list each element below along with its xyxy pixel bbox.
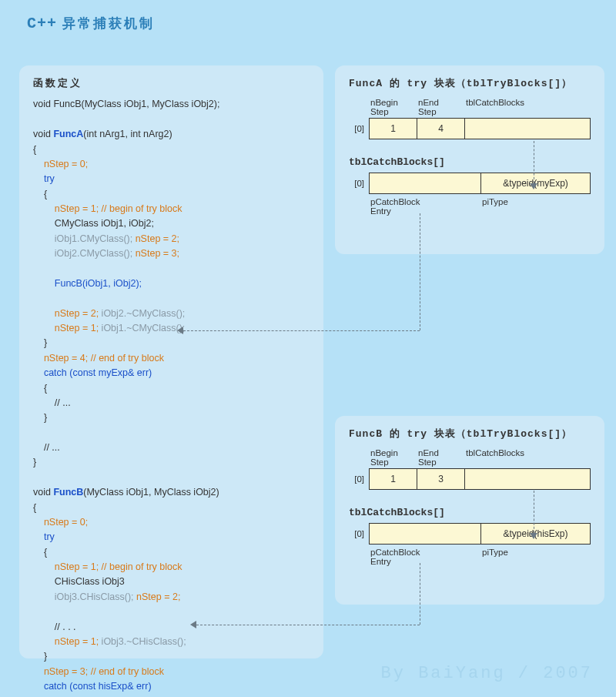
tbl-a-row: [0] 1 4 — [349, 118, 591, 139]
fn-funca: FuncA — [53, 129, 83, 139]
tbl-a-row2: [0] &typeid(myExp) — [349, 173, 591, 194]
cell-entry — [369, 173, 480, 194]
title-han: 异常捕获机制 — [62, 16, 155, 31]
panel-b-subheading: tblCatchBlocks[] — [349, 507, 591, 518]
code-panel: 函数定义 void FuncB(MyClass iObj1, MyClass i… — [19, 65, 323, 658]
tbl-b-sublabels: pCatchBlock Entry piType — [370, 548, 591, 566]
cell-entry — [369, 523, 480, 545]
code-block: void FuncB(MyClass iObj1, MyClass iObj2)… — [33, 97, 310, 697]
cell-catchblocks — [464, 118, 591, 139]
cell-catchblocks — [464, 468, 591, 490]
tbl-a-labels: nBegin Step nEnd Step tblCatchBlocks — [370, 98, 591, 116]
attribution: By BaiYang / 2007 — [381, 664, 593, 683]
page-title: C++ 异常捕获机制 — [27, 14, 155, 32]
code-heading: 函数定义 — [33, 76, 310, 91]
decl-funcb: void FuncB(MyClass iObj1, MyClass iObj2)… — [33, 99, 219, 109]
panel-b-heading: FuncB 的 try 块表（tblTryBlocks[]） — [349, 427, 591, 441]
tbl-b-row2: [0] &typeid(hisExp) — [349, 523, 591, 545]
cell-nbegin: 1 — [369, 468, 417, 490]
cell-nbegin: 1 — [369, 118, 417, 139]
title-cpp: C++ — [27, 15, 57, 32]
cell-nend: 4 — [417, 118, 464, 139]
panel-a-subheading: tblCatchBlocks[] — [349, 156, 591, 168]
panel-funca-tryblocks: FuncA 的 try 块表（tblTryBlocks[]） nBegin St… — [335, 65, 604, 254]
tbl-b-row: [0] 1 3 — [349, 468, 591, 490]
cell-pitype: &typeid(hisExp) — [480, 523, 591, 545]
tbl-b-labels: nBegin Step nEnd Step tblCatchBlocks — [370, 448, 591, 467]
tbl-a-sublabels: pCatchBlock Entry piType — [370, 197, 591, 216]
cell-nend: 3 — [417, 468, 464, 490]
panel-funcb-tryblocks: FuncB 的 try 块表（tblTryBlocks[]） nBegin St… — [335, 416, 604, 605]
cell-pitype: &typeid(myExp) — [480, 173, 591, 194]
fn-funcb: FuncB — [53, 487, 83, 498]
panel-a-heading: FuncA 的 try 块表（tblTryBlocks[]） — [349, 76, 591, 90]
